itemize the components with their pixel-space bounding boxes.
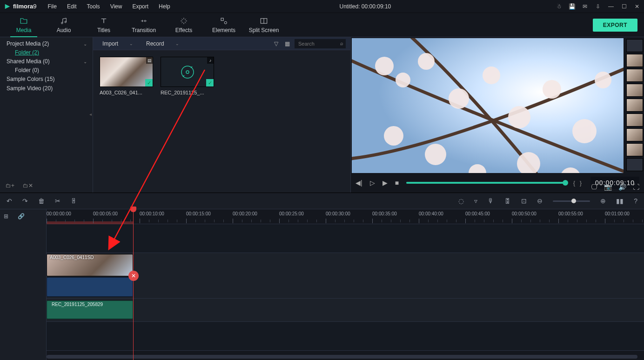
menu-edit[interactable]: Edit <box>62 1 81 12</box>
sidebar-child-folder-project[interactable]: Folder (2) <box>0 48 93 57</box>
minimize-button[interactable]: — <box>608 3 614 10</box>
media-panel: Import⌄ Record⌄ ▽ ▦ ⌕ ▤ ✓ A003_C026_041.… <box>93 37 351 193</box>
title-bar: filmora9 File Edit Tools View Export Hel… <box>0 0 644 13</box>
zoom-slider[interactable] <box>553 200 590 202</box>
stop-icon[interactable]: ■ <box>395 179 399 187</box>
playhead-handle-icon[interactable] <box>130 207 136 212</box>
sidebar-child-folder-shared[interactable]: Folder (0) <box>0 66 93 74</box>
timeline-scrollbar[interactable] <box>47 354 639 359</box>
menu-export[interactable]: Export <box>127 1 153 12</box>
filter-icon[interactable]: ▽ <box>272 40 280 47</box>
delete-icon[interactable]: 🗑 <box>38 197 45 205</box>
account-icon[interactable]: ☃ <box>556 3 562 10</box>
sidebar-item-project-media[interactable]: Project Media (2) ⌄ <box>0 39 93 48</box>
logo-icon <box>4 3 11 10</box>
tab-split-label: Split Screen <box>249 27 279 33</box>
prev-frame-icon[interactable]: ◀| <box>356 179 362 187</box>
strip-thumb[interactable] <box>626 84 643 97</box>
sparkle-icon <box>180 17 188 25</box>
step-back-icon[interactable]: ▷ <box>370 179 375 187</box>
tab-split-screen[interactable]: Split Screen <box>244 13 284 37</box>
menu-tools[interactable]: Tools <box>82 1 105 12</box>
strip-thumb[interactable] <box>626 128 643 141</box>
media-thumb-label: REC_20191125_... <box>161 90 214 95</box>
tab-transition[interactable]: Transition <box>124 13 164 37</box>
crop-icon[interactable]: ⊡ <box>521 197 527 205</box>
record-dropdown[interactable]: Record⌄ <box>141 39 184 48</box>
maximize-button[interactable]: ☐ <box>621 3 627 10</box>
new-folder-icon[interactable]: 🗀+ <box>6 182 14 189</box>
collapse-sidebar-icon[interactable]: ◂ <box>89 112 92 117</box>
marker-icon[interactable]: ▿ <box>474 197 477 205</box>
sidebar-item-sample-colors[interactable]: Sample Colors (15) <box>0 74 93 84</box>
linked-audio-clip[interactable] <box>47 277 133 297</box>
svg-point-8 <box>375 57 394 75</box>
adjust-icon[interactable]: 🎚 <box>71 197 77 205</box>
snapshot-icon[interactable]: 📷 <box>604 183 612 191</box>
menu-file[interactable]: File <box>43 1 61 12</box>
voiceover-icon[interactable]: 🎙 <box>488 197 494 205</box>
scissor-icon[interactable]: ✕ <box>128 271 139 281</box>
volume-icon[interactable]: 🔊 <box>618 183 626 191</box>
strip-thumb[interactable] <box>626 54 643 67</box>
overlay-track[interactable] <box>47 224 644 253</box>
clip-label: A003_C026_0411SD <box>50 255 94 260</box>
sidebar-item-shared-media[interactable]: Shared Media (0) ⌄ <box>0 57 93 66</box>
link-icon[interactable]: 🔗 <box>18 213 25 220</box>
strip-thumb[interactable] <box>626 113 643 127</box>
save-icon[interactable]: 💾 <box>569 3 575 10</box>
mark-in-out-icon[interactable]: { } <box>573 180 583 187</box>
split-icon[interactable]: ✂ <box>55 197 60 205</box>
timeline-ruler[interactable]: 00:00:00:0000:00:05:0000:00:10:0000:00:1… <box>47 209 644 224</box>
tab-elements[interactable]: Elements <box>204 13 244 37</box>
track-manager-icon[interactable]: ▮▮ <box>616 197 624 205</box>
menu-view[interactable]: View <box>106 1 127 12</box>
strip-thumb[interactable] <box>626 158 643 171</box>
preview-canvas[interactable] <box>352 38 624 173</box>
search-icon[interactable]: ⌕ <box>340 40 343 46</box>
redo-icon[interactable]: ↷ <box>22 197 28 205</box>
add-track-icon[interactable]: ⊞ <box>4 213 8 220</box>
fullscreen-icon[interactable]: ⛶ <box>633 183 639 191</box>
menu-help[interactable]: Help <box>154 1 175 12</box>
video-clip[interactable]: A003_C026_0411SD <box>47 254 133 276</box>
tab-audio[interactable]: Audio <box>44 13 84 37</box>
strip-thumb[interactable] <box>626 143 643 156</box>
svg-rect-2 <box>221 18 223 20</box>
tab-effects[interactable]: Effects <box>164 13 204 37</box>
download-icon[interactable]: ⇩ <box>595 3 601 10</box>
mail-icon[interactable]: ✉ <box>582 3 588 10</box>
sidebar-item-sample-video[interactable]: Sample Video (20) <box>0 84 93 93</box>
tab-titles[interactable]: Titles <box>84 13 124 37</box>
undo-icon[interactable]: ↶ <box>7 197 12 205</box>
audio-track-1[interactable]: ♪1 🔒 🔈 REC_20191125_205829 <box>47 299 644 322</box>
svg-point-16 <box>595 72 611 88</box>
preview-progress[interactable] <box>406 182 566 184</box>
audio-clip[interactable]: REC_20191125_205829 <box>47 300 133 319</box>
strip-thumb[interactable] <box>626 99 643 112</box>
grid-view-icon[interactable]: ▦ <box>283 40 291 47</box>
media-thumb-video[interactable]: ▤ ✓ A003_C026_041... <box>100 57 153 95</box>
play-icon[interactable]: ▶ <box>382 179 388 187</box>
tab-media[interactable]: Media <box>4 13 44 37</box>
strip-thumb[interactable] <box>626 69 643 82</box>
import-dropdown[interactable]: Import⌄ <box>98 39 138 48</box>
project-sidebar: Project Media (2) ⌄ Folder (2) Shared Me… <box>0 37 93 193</box>
strip-thumb[interactable] <box>626 39 643 52</box>
spare-track[interactable] <box>47 322 644 351</box>
zoom-out-icon[interactable]: ⊖ <box>537 197 543 205</box>
audio-mixer-icon[interactable]: 🎛 <box>504 197 511 205</box>
display-icon[interactable]: 🖵 <box>591 183 597 191</box>
delete-folder-icon[interactable]: 🗀✕ <box>23 182 33 189</box>
close-button[interactable]: ✕ <box>634 3 640 10</box>
playhead[interactable]: ✕ <box>133 209 134 360</box>
search-input[interactable] <box>295 39 346 48</box>
render-icon[interactable]: ◌ <box>458 197 464 205</box>
check-icon: ✓ <box>206 79 214 87</box>
app-logo: filmora9 <box>4 3 37 10</box>
zoom-in-icon[interactable]: ⊕ <box>600 197 606 205</box>
export-button[interactable]: EXPORT <box>593 19 637 32</box>
media-thumb-label: A003_C026_041... <box>100 90 153 95</box>
help-icon[interactable]: ? <box>634 197 637 205</box>
media-thumb-audio[interactable]: ♪ ✓ REC_20191125_... <box>161 57 214 95</box>
